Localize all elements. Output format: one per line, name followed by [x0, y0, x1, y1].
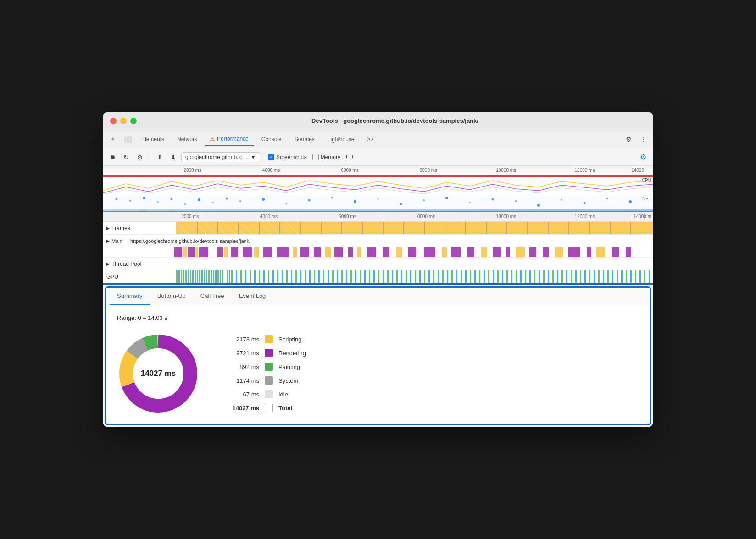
- screenshots-checkbox[interactable]: ✓: [268, 154, 274, 160]
- threadpool-expand-icon[interactable]: ▶: [106, 262, 110, 266]
- svg-rect-205: [589, 270, 590, 283]
- frames-expand-icon[interactable]: ▶: [106, 226, 110, 231]
- svg-point-18: [423, 199, 425, 201]
- svg-rect-171: [433, 270, 434, 283]
- svg-rect-54: [445, 222, 445, 234]
- svg-rect-197: [552, 270, 554, 283]
- tab-event-log[interactable]: Event Log: [232, 288, 273, 305]
- total-label: Total: [278, 405, 292, 412]
- svg-rect-99: [587, 248, 591, 257]
- tab-bottom-up[interactable]: Bottom-Up: [150, 288, 193, 305]
- svg-rect-126: [229, 270, 230, 283]
- devtools-window: DevTools - googlechrome.github.io/devtoo…: [103, 112, 653, 427]
- perf-settings-icon[interactable]: ⚙: [637, 151, 650, 164]
- svg-rect-74: [263, 248, 272, 257]
- svg-rect-56: [486, 222, 487, 234]
- svg-point-10: [239, 200, 241, 202]
- svg-point-25: [584, 202, 586, 204]
- svg-rect-131: [250, 270, 251, 283]
- more-options-icon[interactable]: ⋮: [637, 133, 650, 146]
- maximize-button[interactable]: [130, 118, 137, 124]
- svg-point-15: [354, 200, 356, 203]
- capture-screenshot-icon[interactable]: 🖵: [346, 153, 353, 161]
- svg-rect-70: [224, 248, 228, 257]
- clear-button[interactable]: ⊘: [134, 151, 146, 163]
- close-button[interactable]: [110, 118, 117, 124]
- svg-rect-214: [630, 270, 632, 283]
- svg-rect-193: [534, 270, 535, 283]
- svg-rect-58: [527, 222, 528, 234]
- record-button[interactable]: ⏺: [106, 151, 118, 163]
- svg-rect-165: [406, 270, 407, 283]
- svg-rect-129: [240, 270, 242, 283]
- download-button[interactable]: ⬇: [167, 151, 179, 163]
- svg-rect-69: [217, 248, 223, 257]
- total-value: 14027 ms: [227, 405, 259, 412]
- svg-point-8: [212, 202, 214, 204]
- svg-rect-160: [383, 270, 384, 283]
- tab-console[interactable]: Console: [256, 133, 287, 145]
- svg-rect-105: [178, 270, 180, 283]
- minimize-button[interactable]: [120, 118, 127, 124]
- tab-lighthouse[interactable]: Lighthouse: [322, 133, 360, 145]
- svg-rect-95: [529, 248, 536, 257]
- svg-rect-148: [328, 270, 329, 283]
- memory-checkbox[interactable]: [312, 154, 319, 160]
- svg-rect-81: [348, 248, 353, 257]
- svg-point-24: [561, 199, 562, 201]
- svg-rect-65: [183, 248, 187, 257]
- separator2: [264, 153, 264, 162]
- memory-checkbox-group[interactable]: Memory: [312, 154, 340, 160]
- svg-rect-174: [447, 270, 448, 283]
- idle-label: Idle: [278, 391, 288, 398]
- svg-rect-50: [362, 222, 363, 234]
- perf-toolbar: ⏺ ↻ ⊘ ⬆ ⬇ googlechrome.github.io ... ▼ ✓…: [103, 148, 653, 166]
- svg-rect-151: [341, 270, 343, 283]
- tab-performance[interactable]: ⚠Performance: [205, 133, 254, 146]
- svg-rect-164: [401, 270, 402, 283]
- svg-rect-192: [529, 270, 531, 283]
- device-icon[interactable]: ⬜: [121, 133, 134, 146]
- upload-button[interactable]: ⬆: [154, 151, 166, 163]
- svg-rect-210: [612, 270, 613, 283]
- svg-point-6: [184, 204, 186, 205]
- svg-rect-63: [630, 222, 631, 234]
- cpu-chart: CPU: [103, 177, 653, 195]
- painting-value: 892 ms: [227, 363, 259, 370]
- svg-rect-42: [197, 222, 198, 234]
- svg-rect-133: [259, 270, 260, 283]
- url-filter[interactable]: googlechrome.github.io ... ▼: [181, 152, 260, 162]
- svg-rect-77: [300, 248, 309, 257]
- svg-rect-161: [387, 270, 389, 283]
- svg-rect-117: [206, 270, 207, 283]
- range-text: Range: 0 – 14.03 s: [117, 314, 639, 321]
- svg-rect-186: [502, 270, 503, 283]
- svg-rect-196: [548, 270, 549, 283]
- svg-rect-67: [195, 248, 198, 257]
- title-bar: DevTools - googlechrome.github.io/devtoo…: [103, 112, 653, 130]
- cursor-icon[interactable]: ⌖: [106, 133, 119, 146]
- svg-rect-172: [438, 270, 439, 283]
- svg-rect-167: [415, 270, 416, 283]
- reload-button[interactable]: ↻: [120, 151, 132, 163]
- svg-rect-208: [603, 270, 604, 283]
- svg-rect-89: [451, 248, 461, 257]
- tab-call-tree[interactable]: Call Tree: [193, 288, 232, 305]
- tab-network[interactable]: Network: [172, 133, 203, 145]
- tab-summary[interactable]: Summary: [110, 288, 150, 305]
- main-expand-icon[interactable]: ▶: [106, 239, 110, 243]
- screenshots-checkbox-group[interactable]: ✓ Screenshots: [268, 154, 307, 160]
- tab-sources[interactable]: Sources: [289, 133, 320, 145]
- tab-elements[interactable]: Elements: [136, 133, 170, 145]
- svg-rect-190: [520, 270, 522, 283]
- tab-more[interactable]: >>: [362, 133, 379, 145]
- svg-rect-119: [211, 270, 212, 283]
- thread-pool-label: ▶ Thread Pool: [103, 258, 176, 270]
- svg-rect-79: [325, 248, 331, 257]
- svg-point-12: [285, 203, 287, 204]
- settings-gear-icon[interactable]: ⚙: [622, 133, 635, 146]
- svg-rect-155: [360, 270, 361, 283]
- time-ruler-top: 2000 ms 4000 ms 6000 ms 8000 ms 10000 ms…: [103, 166, 653, 175]
- svg-rect-145: [314, 270, 315, 283]
- gpu-content: // This won't run in SVG context, using …: [176, 270, 653, 283]
